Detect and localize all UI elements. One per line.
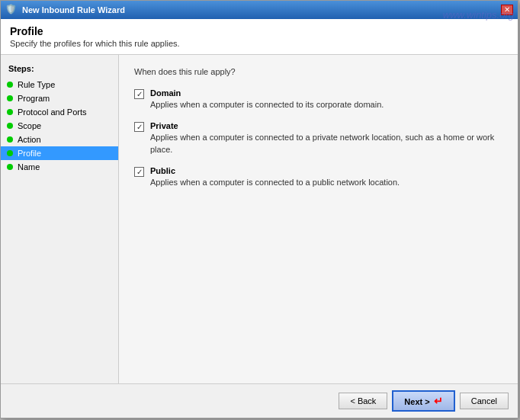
footer: < Back Next > ↵ Cancel	[1, 383, 518, 418]
sidebar-label-protocol-ports: Protocol and Ports	[18, 107, 87, 117]
next-button[interactable]: Next > ↵	[392, 390, 454, 412]
sidebar-label-action: Action	[18, 135, 41, 144]
sidebar-label-profile: Profile	[18, 149, 41, 158]
desc-domain: Applies when a computer is connected to …	[150, 99, 384, 111]
next-arrow-icon: ↵	[434, 395, 443, 407]
option-domain: ✓ Domain Applies when a computer is conn…	[134, 88, 502, 111]
label-public: Public	[150, 166, 400, 175]
title-bar: 🛡️ New Inbound Rule Wizard ✕	[1, 1, 518, 19]
dot-profile	[7, 150, 13, 156]
header-area: Profile Specify the profiles for which t…	[1, 19, 518, 55]
option-private: ✓ Private Applies when a computer is con…	[134, 121, 502, 155]
page-subtitle: Specify the profiles for which this rule…	[10, 39, 509, 48]
sidebar-item-program[interactable]: Program	[1, 91, 118, 105]
dot-scope	[7, 123, 13, 129]
window-icon: 🛡️	[5, 4, 18, 16]
sidebar-item-scope[interactable]: Scope	[1, 119, 118, 133]
main-panel: When does this rule apply? ✓ Domain Appl…	[119, 55, 518, 383]
sidebar-item-action[interactable]: Action	[1, 133, 118, 146]
sidebar-item-rule-type[interactable]: Rule Type	[1, 78, 118, 91]
label-private: Private	[150, 121, 502, 130]
sidebar-item-name[interactable]: Name	[1, 160, 118, 174]
sidebar-label-scope: Scope	[18, 121, 41, 130]
back-button[interactable]: < Back	[339, 393, 387, 409]
sidebar-item-profile[interactable]: Profile	[1, 146, 118, 160]
checkbox-domain[interactable]: ✓	[134, 89, 144, 99]
checkbox-public[interactable]: ✓	[134, 167, 144, 177]
sidebar-label-program: Program	[18, 94, 50, 103]
sidebar: Steps: Rule Type Program Protocol and Po…	[1, 55, 119, 383]
sidebar-label-rule-type: Rule Type	[18, 80, 55, 89]
desc-private: Applies when a computer is connected to …	[150, 132, 502, 155]
sidebar-item-protocol-ports[interactable]: Protocol and Ports	[1, 105, 118, 119]
dot-rule-type	[7, 82, 13, 88]
dot-action	[7, 136, 13, 143]
window-title: New Inbound Rule Wizard	[22, 5, 125, 14]
dot-program	[7, 95, 13, 101]
cancel-button[interactable]: Cancel	[460, 393, 509, 409]
option-public: ✓ Public Applies when a computer is conn…	[134, 166, 502, 188]
desc-public: Applies when a computer is connected to …	[150, 177, 400, 188]
dot-name	[7, 164, 13, 170]
main-question: When does this rule apply?	[134, 67, 502, 76]
page-title: Profile	[10, 25, 509, 37]
sidebar-title: Steps:	[1, 61, 118, 78]
sidebar-label-name: Name	[18, 162, 40, 172]
content-area: Steps: Rule Type Program Protocol and Po…	[1, 55, 518, 383]
close-button[interactable]: ✕	[501, 5, 513, 15]
dot-protocol-ports	[7, 109, 13, 115]
checkbox-private[interactable]: ✓	[134, 122, 144, 132]
label-domain: Domain	[150, 88, 384, 98]
